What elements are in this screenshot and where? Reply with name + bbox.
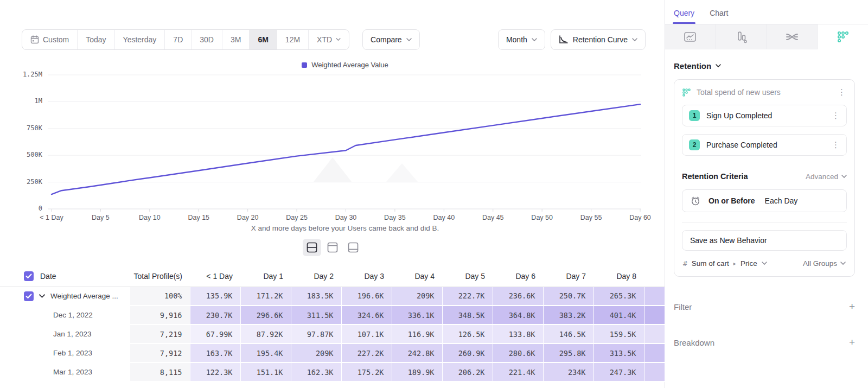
retention-value-cell-partial — [644, 362, 665, 381]
chevron-down-icon — [632, 38, 637, 42]
groups-dropdown[interactable]: All Groups — [803, 259, 846, 268]
chart-legend: Weighted Average Value — [49, 61, 641, 69]
column-header: Day 6 — [493, 266, 543, 287]
total-profiles-cell: 7,912 — [130, 344, 190, 362]
legend-item-weighted-average[interactable]: Weighted Average Value — [302, 61, 388, 69]
chevron-down-icon — [406, 38, 412, 42]
date-range-custom[interactable]: Custom — [22, 30, 78, 49]
y-axis-tick-label: 250K — [0, 178, 42, 186]
select-all-checkbox[interactable] — [24, 271, 34, 281]
chart-type-dropdown[interactable]: Retention Curve — [551, 29, 646, 50]
line-chart-canvas[interactable] — [0, 56, 665, 237]
date-range-12m[interactable]: 12M — [277, 30, 309, 49]
flows-icon[interactable] — [767, 24, 818, 49]
retention-value-cell: 135.9K — [190, 287, 240, 306]
retention-value-cell-partial — [644, 287, 665, 306]
row-checkbox-cell — [0, 306, 35, 325]
retention-value-cell: 348.5K — [442, 306, 493, 325]
row-checkbox-cell — [0, 344, 35, 362]
row-label: Weighted Average ... — [50, 292, 118, 300]
retention-value-cell: 280.6K — [493, 344, 543, 362]
report-section-dropdown[interactable]: Retention — [674, 61, 855, 71]
kebab-menu-icon[interactable]: ⋮ — [831, 111, 841, 120]
table-view-toggle[interactable] — [344, 239, 362, 256]
query-sidebar: Query Chart Retention — [665, 0, 868, 388]
legend-swatch — [302, 62, 307, 68]
row-label-cell[interactable]: Weighted Average ... — [35, 287, 130, 306]
add-breakdown-icon[interactable]: + — [849, 336, 855, 348]
date-range-yesterday[interactable]: Yesterday — [115, 30, 165, 49]
date-range-6m[interactable]: 6M — [250, 30, 277, 49]
retention-icon[interactable] — [818, 24, 868, 49]
filter-section[interactable]: Filter + — [674, 301, 855, 313]
row-date-cell: Dec 1, 2022 — [35, 306, 130, 325]
date-range-label: 3M — [231, 35, 241, 44]
retention-value-cell: 183.5K — [291, 287, 341, 306]
tab-chart[interactable]: Chart — [710, 9, 728, 24]
row-checkbox-cell — [0, 287, 35, 306]
retention-value-cell: 296.6K — [240, 306, 291, 325]
retention-value-cell: 260.9K — [442, 344, 493, 362]
sidebar-body: Retention Total spend of new users ⋮ 1 S… — [665, 61, 868, 348]
timing-condition: On or Before — [709, 196, 755, 205]
retention-value-cell: 126.5K — [442, 325, 493, 344]
tab-query[interactable]: Query — [674, 9, 694, 24]
measurement-property: Sum of cart — [692, 259, 729, 268]
row-date-cell: Mar 1, 2023 — [35, 362, 130, 381]
breakdown-section[interactable]: Breakdown + — [674, 336, 855, 348]
timing-frequency: Each Day — [765, 196, 798, 205]
add-filter-icon[interactable]: + — [849, 301, 855, 313]
granularity-label: Month — [506, 35, 527, 44]
date-range-7d[interactable]: 7D — [165, 30, 192, 49]
date-range-label: Yesterday — [123, 35, 157, 44]
chevron-down-icon[interactable] — [39, 294, 45, 298]
criteria-mode-dropdown[interactable]: Advanced — [806, 173, 847, 181]
split-view-toggle[interactable] — [303, 239, 321, 256]
toolbar-right: Month Retention Curve — [498, 29, 646, 50]
legend-label: Weighted Average Value — [311, 61, 388, 69]
retention-value-cell: 87.92K — [240, 325, 291, 344]
chart-view-toggle[interactable] — [323, 239, 342, 256]
divider — [682, 222, 847, 222]
date-range-today[interactable]: Today — [78, 30, 114, 49]
date-range-3m[interactable]: 3M — [222, 30, 250, 49]
retention-value-cell: 265.3K — [593, 287, 644, 306]
save-as-new-behavior-button[interactable]: Save as New Behavior — [682, 230, 847, 251]
row-date: Dec 1, 2022 — [35, 311, 130, 319]
row-date-cell: Feb 1, 2023 — [35, 344, 130, 362]
chevron-down-icon — [532, 38, 537, 42]
retention-value-cell: 221.4K — [493, 362, 543, 381]
x-axis-tick-label: Day 35 — [384, 214, 406, 221]
behavior-step-2[interactable]: 2 Purchase Completed ⋮ — [682, 134, 847, 156]
retention-value-cell: 162.3K — [291, 362, 341, 381]
total-profiles-cell: 7,219 — [130, 325, 190, 344]
retention-value-cell: 401.4K — [593, 306, 644, 325]
measurement-property-dropdown[interactable]: # Sum of cart ▸ Price — [683, 259, 767, 268]
date-range-xtd[interactable]: XTD — [309, 30, 349, 49]
retention-value-cell: 234K — [543, 362, 593, 381]
retention-value-cell: 196.6K — [341, 287, 392, 306]
retention-value-cell: 122.3K — [190, 362, 240, 381]
alarm-clock-icon — [690, 195, 701, 206]
x-axis-tick-label: Day 40 — [433, 214, 455, 221]
table-row: Feb 1, 20237,912163.7K195.4K209K227.2K24… — [0, 344, 665, 362]
kebab-menu-icon[interactable]: ⋮ — [837, 87, 847, 97]
step-number-badge: 2 — [689, 139, 700, 150]
x-axis-tick-label: Day 25 — [286, 214, 308, 221]
timing-selector[interactable]: On or Before Each Day — [682, 189, 847, 212]
date-range-30d[interactable]: 30D — [192, 30, 222, 49]
retention-value-cell: 222.7K — [442, 287, 493, 306]
column-header: Day 2 — [291, 266, 341, 287]
kebab-menu-icon[interactable]: ⋮ — [831, 140, 841, 150]
compare-button[interactable]: Compare — [362, 29, 420, 50]
main-panel: CustomTodayYesterday7D30D3M6M12MXTD Comp… — [0, 0, 665, 388]
row-checkbox[interactable] — [24, 291, 34, 301]
behavior-step-1[interactable]: 1 Sign Up Completed ⋮ — [682, 105, 847, 126]
retention-value-cell: 171.2K — [240, 287, 291, 306]
sidebar-tabs: Query Chart — [665, 0, 868, 24]
insights-icon[interactable] — [665, 24, 716, 49]
funnels-icon[interactable] — [716, 24, 767, 49]
step-event-label: Sign Up Completed — [706, 111, 824, 120]
row-date-cell: Jan 1, 2023 — [35, 325, 130, 344]
granularity-dropdown[interactable]: Month — [498, 29, 545, 50]
